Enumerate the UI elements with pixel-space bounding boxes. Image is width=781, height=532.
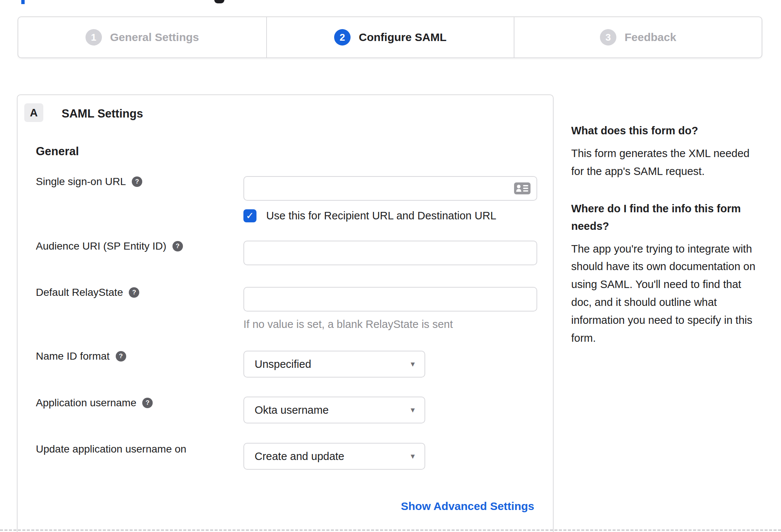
group-title-general: General <box>36 145 79 158</box>
relay-state-helper-text: If no value is set, a blank RelayState i… <box>243 318 453 331</box>
step-feedback[interactable]: 3 Feedback <box>514 17 762 57</box>
help-question-2: Where do I find the info this form needs… <box>571 200 760 235</box>
help-icon[interactable]: ? <box>132 176 142 187</box>
name-id-format-label: Name ID format ? <box>36 350 126 362</box>
audience-uri-label-text: Audience URI (SP Entity ID) <box>36 240 167 252</box>
step-number-badge: 3 <box>600 29 616 46</box>
help-sidebar: What does this form do? This form genera… <box>571 122 760 367</box>
active-tab-underline-fragment <box>21 0 25 4</box>
recipient-url-checkbox-row: ✓ Use this for Recipient URL and Destina… <box>243 209 496 222</box>
update-username-label: Update application username on <box>36 443 186 455</box>
wizard-stepper: 1 General Settings 2 Configure SAML 3 Fe… <box>18 16 762 58</box>
chevron-down-icon: ▾ <box>411 359 415 369</box>
help-icon[interactable]: ? <box>172 241 183 251</box>
name-id-format-select[interactable]: Unspecified ▾ <box>243 351 425 378</box>
relay-state-label: Default RelayState ? <box>36 287 139 298</box>
step-number-badge: 2 <box>334 29 351 46</box>
sso-url-label-text: Single sign-on URL <box>36 176 126 188</box>
section-a-badge: A <box>24 103 43 122</box>
saml-setup-wizard-screen: 1 General Settings 2 Configure SAML 3 Fe… <box>0 0 781 532</box>
bottom-dashed-divider <box>0 529 781 531</box>
name-id-format-label-text: Name ID format <box>36 350 110 362</box>
update-username-select[interactable]: Create and update ▾ <box>243 443 425 470</box>
step-label: Configure SAML <box>359 31 446 44</box>
step-general-settings[interactable]: 1 General Settings <box>18 17 266 57</box>
application-username-label: Application username ? <box>36 397 153 409</box>
recipient-url-checkbox[interactable]: ✓ <box>243 209 256 222</box>
help-icon[interactable]: ? <box>129 287 139 298</box>
step-label: Feedback <box>625 31 676 44</box>
relay-state-input[interactable] <box>243 287 537 312</box>
update-username-label-text: Update application username on <box>36 443 186 455</box>
sso-url-input[interactable] <box>243 176 537 201</box>
show-advanced-settings-link[interactable]: Show Advanced Settings <box>401 500 534 513</box>
chevron-down-icon: ▾ <box>411 405 415 415</box>
name-id-format-value: Unspecified <box>255 358 311 370</box>
contact-card-icon[interactable] <box>514 182 530 194</box>
help-icon[interactable]: ? <box>116 351 126 362</box>
chevron-down-icon: ▾ <box>411 451 415 461</box>
relay-state-label-text: Default RelayState <box>36 287 123 298</box>
step-number-badge: 1 <box>85 29 102 46</box>
audience-uri-input[interactable] <box>243 241 537 265</box>
dark-badge-fragment <box>214 0 224 3</box>
help-question-1: What does this form do? <box>571 122 760 140</box>
update-username-value: Create and update <box>255 450 344 463</box>
step-label: General Settings <box>110 31 199 44</box>
sso-url-label: Single sign-on URL ? <box>36 176 142 188</box>
section-title: SAML Settings <box>62 107 143 121</box>
help-answer-2: The app you're trying to integrate with … <box>571 240 760 347</box>
help-icon[interactable]: ? <box>142 398 153 408</box>
step-configure-saml[interactable]: 2 Configure SAML <box>266 17 514 57</box>
audience-uri-label: Audience URI (SP Entity ID) ? <box>36 240 183 252</box>
application-username-value: Okta username <box>255 404 329 416</box>
recipient-url-checkbox-label: Use this for Recipient URL and Destinati… <box>266 210 496 222</box>
help-answer-1: This form generates the XML needed for t… <box>571 145 760 181</box>
saml-settings-card: A SAML Settings General Single sign-on U… <box>17 94 554 532</box>
application-username-label-text: Application username <box>36 397 136 409</box>
application-username-select[interactable]: Okta username ▾ <box>243 397 425 423</box>
